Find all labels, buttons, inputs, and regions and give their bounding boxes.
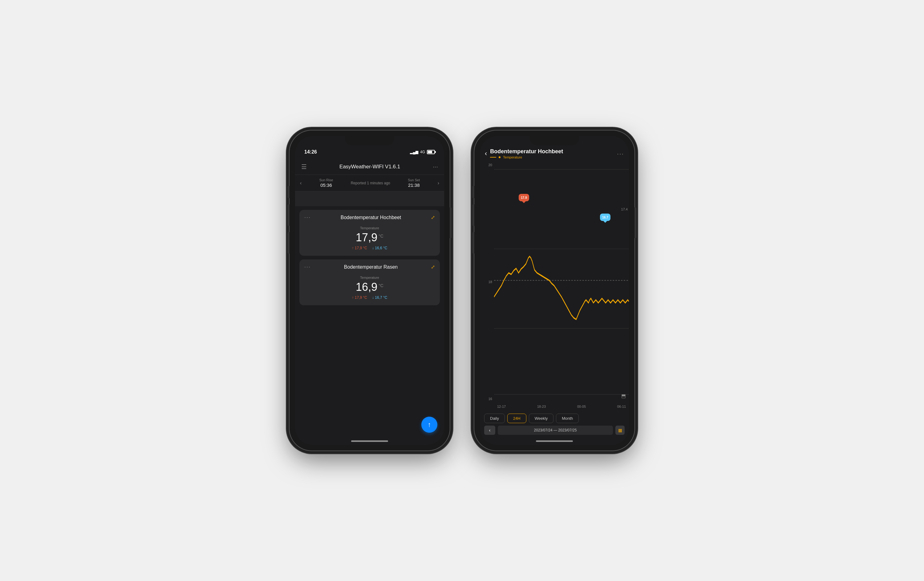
chart-svg [494,162,629,402]
sensor-2-temp-label: Temperature [360,276,379,280]
sunset-info: Sun Set 21:38 [408,178,420,188]
status-time: 14:26 [304,149,317,155]
date-range-label: 2023/07/24 — 2023/07/25 [498,426,613,435]
date-nav-row: ‹ 2023/07/24 — 2023/07/25 ▦ [484,426,625,435]
chart-title-block: Bodentemperatur Hochbeet Temperature [490,148,614,159]
prev-day-button[interactable]: ‹ [300,180,302,186]
sensor-1-chart-button[interactable]: ⤢ [431,214,435,221]
sensor-2-temp-value: 16,9 [356,281,377,294]
battery-icon [427,150,435,154]
chart-header: ‹ Bodentemperatur Hochbeet Temperature ·… [480,145,629,162]
sensor-2-name: Bodentemperatur Rasen [311,264,431,270]
x-label-3: 00-05 [577,405,586,408]
sensor-2-low: ↓ 16,7 °C [372,295,388,300]
next-day-button[interactable]: › [438,180,439,186]
tab-daily[interactable]: Daily [484,413,505,423]
notch-2 [530,136,579,145]
sensor-1-menu[interactable]: ··· [304,214,311,221]
legend-line [490,157,496,158]
app-content: ☰ EasyWeather-WIFI V1.6.1 ··· ‹ Sun Rise… [295,159,444,445]
chart-area: 20 18 16 [480,162,629,411]
sunrise-info: Sun Rise 05:36 [319,178,333,188]
scroll-top-icon: ↑ [428,421,431,429]
signal-icon: ▂▄▆ [410,150,418,154]
sensor-card-1: ··· Bodentemperatur Hochbeet ⤢ Temperatu… [299,210,440,256]
sensor-1-temp-main: 17,9 °C [356,231,383,244]
x-label-4: 06-11 [617,405,626,408]
notch [345,136,394,145]
y-axis: 20 18 16 [480,162,494,402]
chart-controls: Daily 24H Weekly Month ‹ 2023/07/24 — 20… [480,411,629,445]
sensor-1-name: Bodentemperatur Hochbeet [311,215,431,221]
pin-low-bubble: 16.7 [600,214,610,221]
sensor-1-header: ··· Bodentemperatur Hochbeet ⤢ [304,214,435,221]
sensor-1-high: ↑ 17,9 °C [352,246,368,250]
sunset-time: 21:38 [408,183,420,188]
network-label: 4G [420,150,425,154]
sensor-1-low: ↓ 16,6 °C [372,246,388,250]
app-title: EasyWeather-WIFI V1.6.1 [340,164,400,170]
prev-icon: ‹ [489,428,491,433]
sensor-1-temp-value: 17,9 [356,231,377,244]
phone-2: ‹ Bodentemperatur Hochbeet Temperature ·… [474,130,634,451]
y-label-mid: 18 [480,280,494,284]
x-label-1: 12-17 [497,405,506,408]
sensor-1-temp-label: Temperature [360,226,379,230]
sensor-card-2: ··· Bodentemperatur Rasen ⤢ Temperature … [299,259,440,305]
pin-high: 17.9 [519,194,529,201]
prev-date-button[interactable]: ‹ [484,426,495,435]
sensor-1-temp-range: ↑ 17,9 °C ↓ 16,6 °C [352,246,388,250]
app-header: ☰ EasyWeather-WIFI V1.6.1 ··· [295,159,444,175]
time-tab-row: Daily 24H Weekly Month [484,413,625,423]
sensor-2-temp-unit: °C [378,283,383,288]
sensor-2-menu[interactable]: ··· [304,264,311,270]
sunrise-time: 05:36 [320,183,332,188]
tab-month[interactable]: Month [556,413,579,423]
chart-legend: Temperature [490,155,614,159]
dashed-value-label: 17.4 [621,207,628,211]
home-bar [351,440,388,442]
status-bar: 14:26 ▂▄▆ 4G [295,145,444,159]
y-label-bot: 16 [480,397,494,401]
scroll-top-button[interactable]: ↑ [421,416,437,433]
sensor-2-header: ··· Bodentemperatur Rasen ⤢ [304,264,435,270]
sunset-label: Sun Set [408,178,420,182]
back-button[interactable]: ‹ [485,150,487,158]
chart-more-button[interactable]: ··· [617,150,624,157]
calendar-button[interactable]: ▦ [615,426,625,435]
sun-bar: ‹ Sun Rise 05:36 Reported 1 minutes ago … [295,175,444,191]
more-icon[interactable]: ··· [433,163,438,170]
sensor-2-temp-main: 16,9 °C [356,281,383,294]
home-bar-2 [536,440,573,442]
tab-24h[interactable]: 24H [507,413,526,423]
phone-2-screen: ‹ Bodentemperatur Hochbeet Temperature ·… [480,136,629,445]
reported-text: Reported 1 minutes ago [351,181,390,185]
sunrise-label: Sun Rise [319,178,333,182]
phone-1: 14:26 ▂▄▆ 4G ☰ EasyWeather-WIFI V1.6.1 ·… [290,130,450,451]
pin-low: 16.7 [600,214,610,221]
sensor-1-body: Temperature 17,9 °C ↑ 17,9 °C ↓ 16,6 °C [304,223,435,252]
y-label-top: 20 [480,163,494,167]
sensor-2-high: ↑ 17,9 °C [352,295,368,300]
status-icons: ▂▄▆ 4G [410,150,435,154]
tab-weekly[interactable]: Weekly [529,413,553,423]
sensor-2-body: Temperature 16,9 °C ↑ 17,9 °C ↓ 16,7 °C [304,273,435,301]
chart-plot: 17.9 16.7 17.4 ⬒ [494,162,629,402]
x-label-2: 18-23 [537,405,546,408]
calendar-icon: ▦ [618,428,622,433]
export-icon[interactable]: ⬒ [621,393,626,399]
legend-dot [498,156,501,159]
sensor-1-temp-unit: °C [378,234,383,239]
sensor-2-chart-button[interactable]: ⤢ [431,264,435,270]
legend-label: Temperature [503,155,522,159]
x-axis: 12-17 18-23 00-05 06-11 [494,402,629,411]
sensor-2-temp-range: ↑ 17,9 °C ↓ 16,7 °C [352,295,388,300]
menu-icon[interactable]: ☰ [301,163,307,171]
pin-high-bubble: 17.9 [519,194,529,201]
phone-1-screen: 14:26 ▂▄▆ 4G ☰ EasyWeather-WIFI V1.6.1 ·… [295,136,444,445]
chart-title: Bodentemperatur Hochbeet [490,148,614,155]
